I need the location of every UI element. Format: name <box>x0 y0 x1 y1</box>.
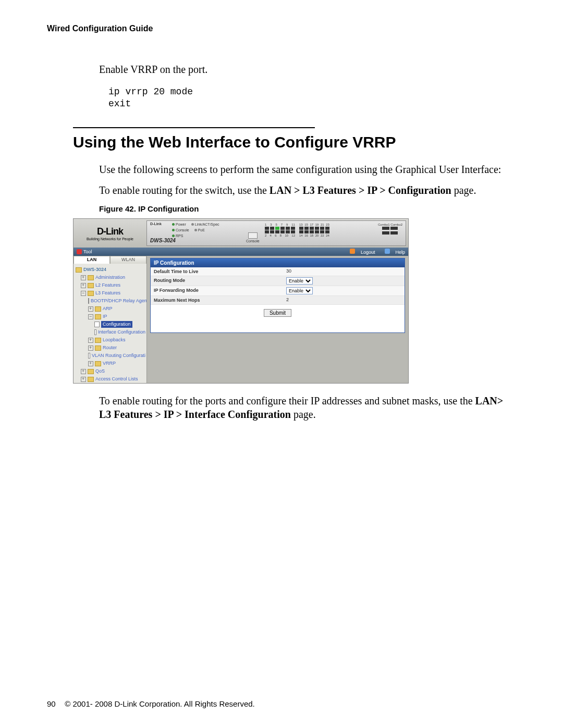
status-leds: Power Link/ACT/Spec <box>172 223 219 226</box>
sidebar: LAN WLAN DWS-3024 Administration L2 Feat… <box>74 256 147 383</box>
tree-arp[interactable]: ARP <box>76 305 145 313</box>
page: Wired Configuration Guide Enable VRRP on… <box>0 0 563 728</box>
submit-row: Submit <box>151 305 405 332</box>
config-form: Default Time to Live 30 Routing Mode Ena… <box>151 267 405 305</box>
folder-icon <box>95 314 101 319</box>
tab-wlan[interactable]: WLAN <box>110 256 146 264</box>
device-small-brand: D-Link <box>150 222 162 226</box>
led-link: Link/ACT/Spec <box>191 223 219 226</box>
folder-icon <box>76 267 82 273</box>
console-label: Console <box>246 239 260 243</box>
doc-icon <box>88 353 90 359</box>
para-3-post: page. <box>291 409 316 420</box>
copyright: © 2001- 2008 D-Link Corporation. All Rig… <box>65 699 255 708</box>
section-body: Use the following screens to perform the… <box>99 163 516 213</box>
tree-qos[interactable]: QoS <box>76 367 145 375</box>
figure-label: Figure 42. <box>99 204 138 213</box>
folder-icon <box>95 346 101 351</box>
intro-line: Enable VRRP on the port. <box>99 64 516 76</box>
tree-admin[interactable]: Administration <box>76 274 145 281</box>
code-block: ip vrrp 20 mode exit <box>108 86 516 109</box>
row-ip-forwarding: IP Forwarding Mode Enable <box>151 286 405 296</box>
expand-icon[interactable] <box>88 306 93 312</box>
select-routing-mode[interactable]: Enable <box>286 277 313 285</box>
tree-bootp[interactable]: BOOTP/DHCP Relay Agen <box>76 297 145 305</box>
label-ttl: Default Time to Live <box>151 267 284 276</box>
device-faceplate: D-Link Power Link/ACT/Spec Console PoE R… <box>146 220 406 246</box>
collapse-icon[interactable] <box>81 291 86 296</box>
doc-icon <box>94 329 96 335</box>
folder-icon <box>88 377 94 382</box>
led-poe: PoE <box>194 228 205 232</box>
content-area: IP Configuration Default Time to Live 30… <box>147 256 408 383</box>
folder-icon <box>88 275 94 280</box>
sidebar-tabs: LAN WLAN <box>74 256 146 264</box>
collapse-icon[interactable] <box>88 314 93 319</box>
led-power: Power <box>172 223 186 226</box>
expand-icon[interactable] <box>88 361 93 366</box>
submit-button[interactable]: Submit <box>264 309 291 317</box>
led-console: Console <box>172 228 189 232</box>
tree-loopbacks[interactable]: Loopbacks <box>76 336 145 344</box>
folder-icon <box>88 369 94 374</box>
select-ip-forwarding[interactable]: Enable <box>286 287 313 294</box>
page-footer: 90 © 2001- 2008 D-Link Corporation. All … <box>47 699 255 708</box>
expand-icon[interactable] <box>81 283 86 288</box>
folder-icon <box>88 283 94 288</box>
combo-ports: Combo1 Combo2 <box>378 223 402 236</box>
port-nums-top-1: 1357911 <box>265 223 295 226</box>
para-2-post: page. <box>451 184 476 196</box>
port-nums-top-2: 131517192123 <box>299 223 329 226</box>
folder-icon <box>95 306 101 312</box>
folder-icon <box>95 361 101 366</box>
para-3-pre: To enable routing for the ports and conf… <box>99 395 475 406</box>
page-number: 90 <box>47 699 63 708</box>
row-max-hops: Maximum Next Hops 2 <box>151 296 405 305</box>
para-2-bold: LAN > L3 Features > IP > Configuration <box>270 184 451 196</box>
expand-icon[interactable] <box>81 369 86 374</box>
tab-lan[interactable]: LAN <box>74 256 110 264</box>
section-body-2: To enable routing for the ports and conf… <box>99 394 516 421</box>
tree-root[interactable]: DWS-3024 <box>76 266 145 274</box>
status-leds-2: Console PoE <box>172 228 205 232</box>
toolbar: Tool Logout Help <box>74 248 408 256</box>
tree-l3[interactable]: L3 Features <box>76 289 145 297</box>
label-ip-forwarding: IP Forwarding Mode <box>151 286 284 295</box>
expand-icon[interactable] <box>88 338 93 343</box>
device-banner: D-Link Building Networks for People D-Li… <box>74 219 408 248</box>
row-routing-mode: Routing Mode Enable <box>151 276 405 286</box>
section-heading: Using the Web Interface to Configure VRR… <box>73 133 516 151</box>
port-nums-bot-1: 24681012 <box>265 234 295 237</box>
tree-l2[interactable]: L2 Features <box>76 281 145 289</box>
folder-icon <box>95 338 101 343</box>
tree-ip-config[interactable]: Configuration <box>76 320 145 328</box>
figure-title: IP Configuration <box>138 204 199 213</box>
console-icon <box>248 232 258 239</box>
tool-icon <box>77 249 82 254</box>
device-model: DWS-3024 <box>150 238 176 243</box>
help-link[interactable]: Help <box>381 250 405 255</box>
expand-icon[interactable] <box>88 346 93 351</box>
brand-text: D-Link <box>97 226 123 237</box>
logout-link[interactable]: Logout <box>346 250 375 255</box>
tool-label: Tool <box>83 249 92 254</box>
expand-icon[interactable] <box>81 377 86 382</box>
tree-ip[interactable]: IP <box>76 313 145 320</box>
label-max-hops: Maximum Next Hops <box>151 296 284 304</box>
brand-logo: D-Link Building Networks for People <box>74 219 146 248</box>
figure-caption: Figure 42. IP Configuration <box>99 204 516 213</box>
tree-router[interactable]: Router <box>76 344 145 352</box>
console-port: Console <box>246 232 260 243</box>
tree-ip-iface[interactable]: Interface Configuration <box>76 328 145 336</box>
config-panel: IP Configuration Default Time to Live 30… <box>150 258 405 333</box>
tool-menu[interactable]: Tool <box>77 249 92 254</box>
tree-acl[interactable]: Access Control Lists <box>76 375 145 383</box>
main-area: LAN WLAN DWS-3024 Administration L2 Feat… <box>74 256 408 383</box>
panel-title: IP Configuration <box>151 258 405 267</box>
row-ttl: Default Time to Live 30 <box>151 267 405 276</box>
tree-vlan-routing[interactable]: VLAN Routing Configurati <box>76 352 145 360</box>
tree-vrrp[interactable]: VRRP <box>76 360 145 367</box>
value-ttl: 30 <box>284 267 405 276</box>
para-1: Use the following screens to perform the… <box>99 163 516 176</box>
expand-icon[interactable] <box>81 275 86 280</box>
